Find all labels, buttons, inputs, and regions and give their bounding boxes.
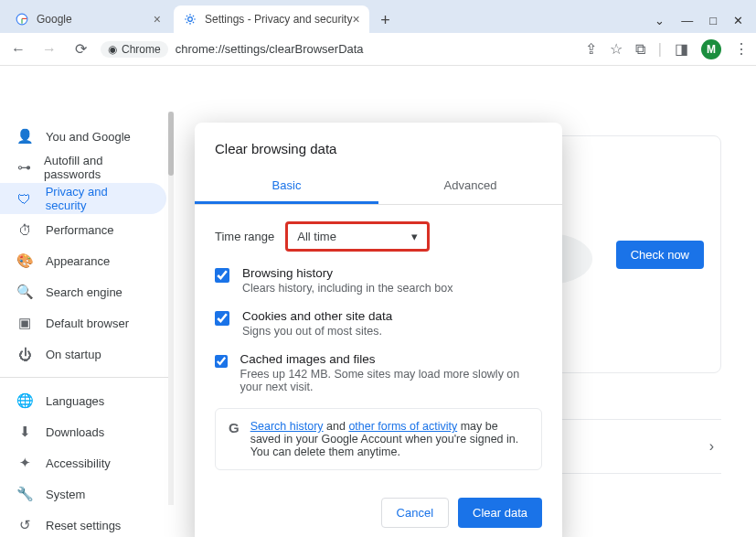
download-icon: ⬇ (16, 424, 33, 440)
checkbox-cached-files[interactable] (215, 354, 228, 369)
close-window-icon[interactable]: ✕ (733, 14, 743, 27)
sidebar-item-label: Privacy and security (46, 185, 150, 212)
chrome-icon: ◉ (108, 43, 117, 56)
sidebar-item-you-and-google[interactable]: 👤You and Google (0, 121, 166, 152)
tab-advanced[interactable]: Advanced (378, 169, 562, 204)
speedometer-icon: ⏱ (16, 222, 33, 238)
tab-title: Settings - Privacy and security (205, 13, 352, 26)
sidebar-item-label: Accessibility (46, 456, 111, 470)
shield-icon: 🛡 (16, 191, 33, 207)
person-icon: 👤 (16, 128, 33, 145)
browser-tab-google[interactable]: Google × (5, 5, 170, 33)
cancel-button[interactable]: Cancel (381, 498, 449, 528)
sidebar-item-label: Reset settings (46, 519, 121, 532)
close-icon[interactable]: × (154, 12, 161, 27)
sidebar-item-performance[interactable]: ⏱Performance (0, 214, 166, 245)
check-title: Browsing history (242, 266, 453, 280)
sidebar-item-on-startup[interactable]: ⏻On startup (0, 338, 166, 370)
check-title: Cookies and other site data (242, 309, 392, 323)
settings-sidebar: 👤You and Google ⊶Autofill and passwords … (0, 66, 174, 537)
back-button[interactable]: ← (7, 41, 29, 58)
check-subtitle: Frees up 142 MB. Some sites may load mor… (240, 368, 542, 393)
globe-icon: 🌐 (16, 392, 33, 409)
new-tab-button[interactable]: + (373, 7, 399, 33)
sidebar-item-privacy[interactable]: 🛡Privacy and security (0, 183, 166, 214)
browser-tab-settings[interactable]: Settings - Privacy and security × (174, 5, 369, 33)
sidebar-item-label: On startup (46, 348, 101, 361)
extensions-icon[interactable]: ⧉ (635, 41, 645, 58)
sidebar-item-autofill[interactable]: ⊶Autofill and passwords (0, 152, 166, 183)
sidepanel-icon[interactable]: ◨ (675, 40, 688, 58)
sidebar-item-default-browser[interactable]: ▣Default browser (0, 307, 166, 338)
clear-browsing-data-dialog: Clear browsing data Basic Advanced Time … (195, 123, 562, 537)
search-icon: 🔍 (16, 284, 33, 300)
check-now-button[interactable]: Check now (616, 241, 704, 269)
power-icon: ⏻ (16, 347, 33, 362)
paint-icon: 🎨 (16, 252, 33, 269)
browser-toolbar: ← → ⟳ ◉ Chrome chrome://settings/clearBr… (0, 33, 756, 66)
sidebar-item-label: Autofill and passwords (44, 154, 150, 181)
wrench-icon: 🔧 (16, 486, 33, 502)
reset-icon: ↺ (16, 517, 33, 533)
checkbox-cookies[interactable] (215, 311, 229, 326)
sidebar-item-label: Appearance (46, 254, 110, 268)
menu-icon[interactable]: ⋮ (734, 40, 749, 58)
checkbox-browsing-history[interactable] (215, 268, 229, 283)
sidebar-item-accessibility[interactable]: ✦Accessibility (0, 447, 166, 478)
reload-button[interactable]: ⟳ (69, 40, 91, 58)
chip-label: Chrome (122, 43, 161, 56)
settings-favicon (183, 12, 197, 27)
share-icon[interactable]: ⇪ (585, 40, 597, 58)
url-text: chrome://settings/clearBrowserData (176, 42, 364, 56)
bookmark-icon[interactable]: ☆ (610, 40, 623, 58)
key-icon: ⊶ (16, 159, 31, 176)
sidebar-item-downloads[interactable]: ⬇Downloads (0, 416, 166, 447)
close-icon[interactable]: × (352, 12, 359, 27)
google-favicon (15, 12, 29, 27)
time-range-value: All time (297, 230, 336, 243)
omnibox[interactable]: ◉ Chrome chrome://settings/clearBrowserD… (101, 41, 576, 58)
time-range-select[interactable]: All time ▾ (285, 221, 430, 252)
sidebar-item-reset[interactable]: ↺Reset settings (0, 510, 166, 537)
site-chip[interactable]: ◉ Chrome (101, 41, 168, 58)
check-subtitle: Signs you out of most sites. (242, 325, 392, 338)
google-account-info: G Search history and other forms of acti… (215, 408, 542, 470)
chevron-down-icon[interactable]: ⌄ (655, 14, 665, 27)
sidebar-item-label: Default browser (46, 317, 129, 330)
sidebar-item-label: Downloads (46, 425, 104, 439)
other-activity-link[interactable]: other forms of activity (348, 420, 457, 433)
sidebar-item-label: Languages (46, 394, 104, 408)
sidebar-item-languages[interactable]: 🌐Languages (0, 385, 166, 416)
clear-data-button[interactable]: Clear data (458, 498, 542, 528)
window-controls: ⌄ — □ ✕ (655, 14, 756, 33)
search-history-link[interactable]: Search history (250, 420, 324, 433)
dialog-title: Clear browsing data (195, 141, 562, 169)
minimize-icon[interactable]: — (681, 14, 693, 27)
google-g-icon: G (229, 420, 240, 458)
dropdown-icon: ▾ (411, 230, 418, 243)
svg-point-1 (188, 17, 193, 22)
chevron-right-icon: › (709, 438, 714, 455)
tab-basic[interactable]: Basic (195, 169, 378, 204)
sidebar-item-search-engine[interactable]: 🔍Search engine (0, 276, 166, 307)
forward-button[interactable]: → (38, 41, 60, 58)
browser-icon: ▣ (16, 315, 33, 331)
sidebar-divider (0, 377, 174, 378)
sidebar-item-label: You and Google (46, 130, 131, 144)
sidebar-item-appearance[interactable]: 🎨Appearance (0, 245, 166, 276)
maximize-icon[interactable]: □ (709, 14, 717, 27)
profile-avatar[interactable]: M (701, 39, 721, 59)
sidebar-item-label: Performance (46, 223, 113, 237)
sidebar-item-label: System (46, 488, 85, 501)
browser-titlebar: Google × Settings - Privacy and security… (0, 0, 756, 33)
sidebar-item-system[interactable]: 🔧System (0, 478, 166, 510)
sidebar-item-label: Search engine (46, 285, 122, 299)
check-subtitle: Clears history, including in the search … (242, 282, 453, 295)
dialog-tabs: Basic Advanced (195, 169, 562, 205)
check-title: Cached images and files (240, 352, 542, 366)
tab-title: Google (37, 13, 72, 26)
time-range-label: Time range (215, 230, 274, 243)
accessibility-icon: ✦ (16, 455, 33, 471)
